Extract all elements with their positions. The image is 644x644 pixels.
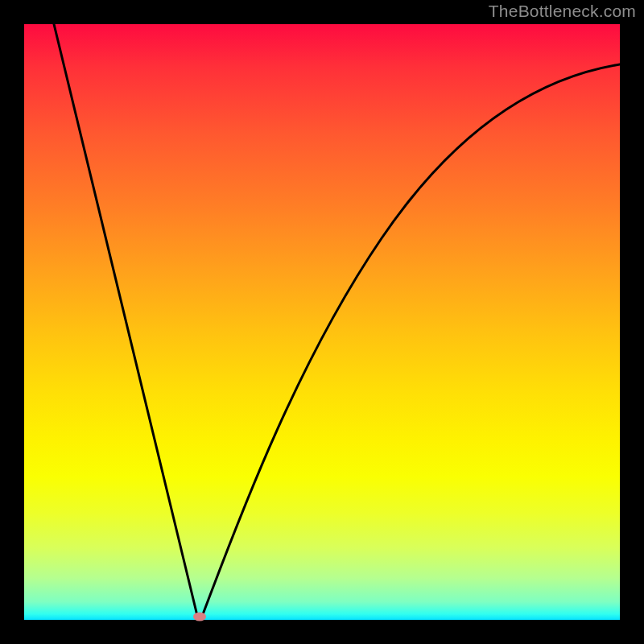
curve-path — [54, 24, 620, 617]
chart-frame: TheBottleneck.com — [0, 0, 644, 644]
watermark-text: TheBottleneck.com — [489, 2, 636, 21]
plot-area — [24, 24, 620, 620]
bottleneck-curve — [24, 24, 620, 620]
minimum-marker — [193, 613, 206, 621]
